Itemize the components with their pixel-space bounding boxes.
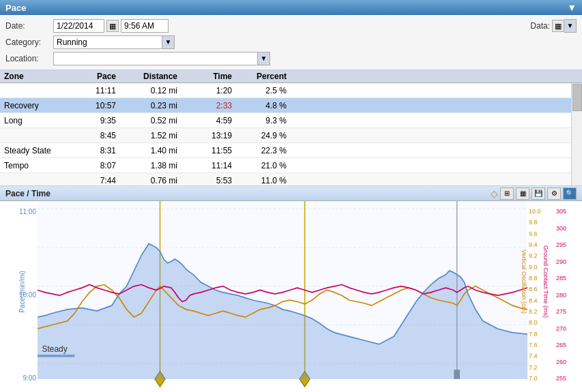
y-right1-10: 8.2 <box>529 308 553 315</box>
table-row[interactable]: Long 9:35 0.52 mi 4:59 9.3 % <box>0 113 582 128</box>
y-right1-2: 9.8 <box>529 219 553 226</box>
y-axis-right: 10.0 9.8 9.6 9.4 9.2 9.0 8.8 8.6 8.4 8.2… <box>527 201 582 392</box>
y-right2-10: 260 <box>556 359 581 365</box>
cell-time: 2:33 <box>184 101 239 110</box>
cell-percent: 22.3 % <box>239 146 293 155</box>
form-section: Date: ▦ Data: ▦ ▼ Category: ▼ Location: … <box>0 15 582 70</box>
y-right1-8: 8.6 <box>529 286 553 292</box>
cell-time: 13:19 <box>184 131 239 140</box>
scrollbar[interactable] <box>571 83 582 185</box>
table-row[interactable]: Steady State 8:31 1.40 mi 11:55 22.3 % <box>0 143 582 158</box>
data-label: Data: <box>530 21 550 31</box>
grid-tool[interactable]: ⊞ <box>500 187 514 200</box>
y-right1-6: 9.0 <box>529 264 553 271</box>
col-header-pace: Pace <box>68 72 123 81</box>
cell-distance: 1.40 mi <box>123 146 184 155</box>
chart-tools: ◇ ⊞ ▦ 💾 ⚙ 🔍 <box>491 187 577 200</box>
y-axis-right-groundcontact: 305 300 295 290 285 280 275 270 265 260 … <box>555 201 582 392</box>
y-right2-1: 305 <box>556 208 581 215</box>
cell-zone: Long <box>0 116 68 125</box>
y-right2-7: 275 <box>556 308 581 315</box>
date-input[interactable] <box>53 19 104 33</box>
y-right1-11: 8.0 <box>529 319 553 326</box>
y-right1-label: Vertical Oscillation (cm) <box>521 250 527 314</box>
calendar-icon[interactable]: ▦ <box>106 20 119 32</box>
y-right2-3: 295 <box>556 241 581 248</box>
y-right2-9: 265 <box>556 342 581 348</box>
y-axis-right-oscillation: 10.0 9.8 9.6 9.4 9.2 9.0 8.8 8.6 8.4 8.2… <box>527 201 555 392</box>
chart-title: Pace / Time <box>5 189 50 198</box>
col-header-distance: Distance <box>123 72 184 81</box>
y-right2-4: 290 <box>556 258 581 265</box>
col-header-fill <box>293 72 582 81</box>
cell-pace: 8:45 <box>68 131 123 140</box>
chart-area: Steady <box>38 201 527 392</box>
cell-pace: 9:35 <box>68 116 123 125</box>
location-input[interactable] <box>53 52 258 65</box>
category-dropdown[interactable]: ▼ <box>162 35 175 49</box>
y-right1-7: 8.8 <box>529 275 553 282</box>
y-right2-2: 300 <box>556 225 581 232</box>
cell-percent: 4.8 % <box>239 101 293 110</box>
category-row: Category: ▼ <box>5 35 577 50</box>
data-icon[interactable]: ▦ <box>552 20 564 32</box>
title-bar-dropdown[interactable]: ▼ <box>567 2 577 13</box>
y-right1-3: 9.6 <box>529 230 553 237</box>
cell-time: 11:14 <box>184 161 239 170</box>
col-header-zone: Zone <box>0 72 68 81</box>
cell-distance: 1.38 mi <box>123 161 184 170</box>
table-row[interactable]: 7:44 0.76 mi 5:53 11.0 % <box>0 173 582 185</box>
y-axis-left-label: Pace (min/mi) <box>18 271 26 313</box>
chart-title-bar: Pace / Time ◇ ⊞ ▦ 💾 ⚙ 🔍 <box>0 186 582 201</box>
y-right1-16: 7.0 <box>529 375 553 382</box>
cell-zone: Tempo <box>0 161 68 170</box>
y-right2-11: 255 <box>556 375 581 382</box>
cell-zone: Steady State <box>0 146 68 155</box>
cell-distance: 0.52 mi <box>123 116 184 125</box>
cell-time: 1:20 <box>184 86 239 95</box>
location-dropdown[interactable]: ▼ <box>258 52 270 65</box>
cell-distance: 0.23 mi <box>123 101 184 110</box>
table-row[interactable]: Recovery 10:57 0.23 mi 2:33 4.8 % <box>0 98 582 113</box>
title-bar: Pace ▼ <box>0 0 582 15</box>
time-input[interactable] <box>121 19 169 33</box>
location-label: Location: <box>5 54 53 63</box>
scrollbar-thumb[interactable] <box>572 84 582 111</box>
table-section: Zone Pace Distance Time Percent 11:11 0.… <box>0 70 582 186</box>
y-right1-4: 9.4 <box>529 241 553 248</box>
table-header: Zone Pace Distance Time Percent <box>0 70 582 83</box>
cell-percent: 9.3 % <box>239 116 293 125</box>
cell-pace: 7:44 <box>68 176 123 185</box>
y-axis-left: 11:00 10:00 9:00 Pace (min/mi) <box>0 201 38 392</box>
cell-percent: 21.0 % <box>239 161 293 170</box>
chart-container: 11:00 10:00 9:00 Pace (min/mi) <box>0 201 582 392</box>
save-tool[interactable]: 💾 <box>532 187 545 200</box>
cell-percent: 24.9 % <box>239 131 293 140</box>
col-header-percent: Percent <box>239 72 293 81</box>
table-row[interactable]: Tempo 8:07 1.38 mi 11:14 21.0 % <box>0 158 582 173</box>
cell-pace: 11:11 <box>68 86 123 95</box>
y-right1-14: 7.4 <box>529 352 553 359</box>
data-dropdown[interactable]: ▼ <box>564 19 577 33</box>
cell-percent: 11.0 % <box>239 176 293 185</box>
y-left-bot: 9:00 <box>3 374 36 382</box>
settings-tool[interactable]: ⚙ <box>547 187 561 200</box>
y-right1-15: 7.2 <box>529 364 553 371</box>
y-right1-13: 7.6 <box>529 342 553 348</box>
table-row[interactable]: 8:45 1.52 mi 13:19 24.9 % <box>0 128 582 143</box>
category-input[interactable] <box>53 35 162 49</box>
window-title: Pace <box>5 3 26 13</box>
zoom-tool[interactable]: 🔍 <box>563 187 577 200</box>
svg-text:Steady: Steady <box>42 344 68 354</box>
cell-pace: 8:31 <box>68 146 123 155</box>
y-right1-5: 9.2 <box>529 252 553 259</box>
cell-pace: 8:07 <box>68 161 123 170</box>
date-row: Date: ▦ Data: ▦ ▼ <box>5 18 577 33</box>
table-tool[interactable]: ▦ <box>516 187 529 200</box>
chart-svg: Steady <box>38 201 527 392</box>
diamond-icon: ◇ <box>491 188 498 199</box>
cell-time: 5:53 <box>184 176 239 185</box>
table-row[interactable]: 11:11 0.12 mi 1:20 2.5 % <box>0 83 582 98</box>
y-left-top: 11:00 <box>3 208 36 215</box>
y-right2-8: 270 <box>556 325 581 332</box>
